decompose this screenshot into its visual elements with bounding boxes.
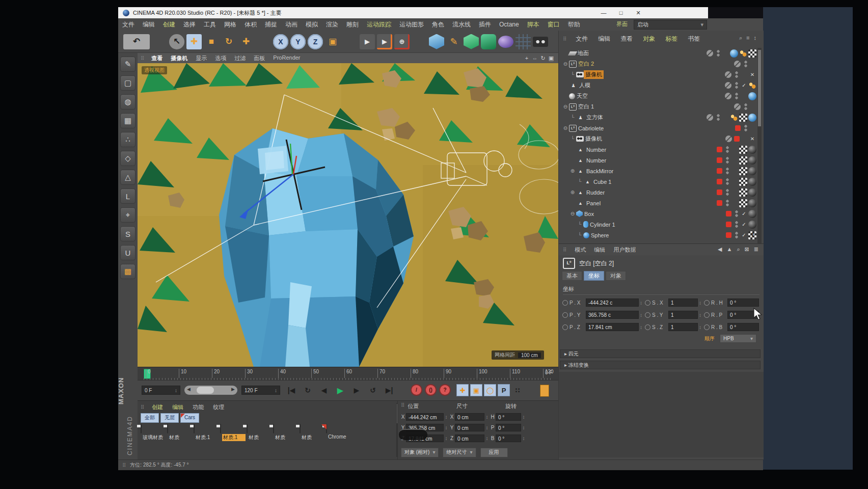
editor-visibility-toggle[interactable] bbox=[717, 157, 722, 163]
play-preview-button[interactable]: ↻ bbox=[300, 384, 316, 397]
enable-axis-icon[interactable]: L bbox=[120, 188, 135, 204]
loop-button[interactable]: ↺ bbox=[365, 384, 381, 397]
spinner-icon[interactable]: ↕ bbox=[521, 414, 526, 420]
title-bar[interactable]: CINEMA 4D R20.030 Studio (RC - R20) - [未… bbox=[118, 7, 708, 18]
tree-row[interactable]: └ Sphere bbox=[561, 230, 756, 240]
toggle-views-icon[interactable]: ▣ bbox=[547, 55, 555, 62]
editor-visibility-toggle[interactable] bbox=[725, 71, 731, 78]
tag-icon[interactable] bbox=[748, 231, 756, 239]
keyframe-circle-icon[interactable] bbox=[645, 312, 650, 318]
render-visibility-toggle[interactable] bbox=[724, 188, 730, 196]
material-filter-button[interactable]: 全部 bbox=[141, 413, 159, 423]
material-thumbnail[interactable] bbox=[220, 424, 221, 433]
search-icon[interactable]: ⌕ bbox=[737, 246, 740, 253]
spinner-icon[interactable]: ↕ bbox=[444, 414, 449, 420]
menu-item[interactable]: 窗口 bbox=[544, 20, 564, 29]
spline-pen-menu[interactable]: ✎ bbox=[446, 34, 462, 49]
slider-thumb[interactable] bbox=[197, 387, 214, 394]
key-pla-toggle[interactable]: ∷ bbox=[511, 384, 524, 396]
object-name[interactable]: Box bbox=[583, 210, 595, 218]
editor-visibility-toggle[interactable] bbox=[725, 135, 732, 142]
expander-icon[interactable]: ⊖ bbox=[562, 125, 569, 131]
render-visibility-toggle[interactable] bbox=[734, 231, 740, 239]
scale-field[interactable]: 1 bbox=[668, 298, 698, 307]
goto-start-button[interactable]: |◀ bbox=[283, 384, 300, 397]
attribute-menu-item[interactable]: 用户数据 bbox=[609, 246, 640, 254]
key-rotation-toggle[interactable]: ◯ bbox=[484, 384, 496, 396]
coordinate-system-button[interactable]: ▣ bbox=[325, 34, 340, 49]
tag-icon[interactable] bbox=[739, 156, 747, 165]
expander-icon[interactable]: └ bbox=[576, 179, 583, 184]
tag-icon[interactable] bbox=[748, 146, 756, 154]
object-name[interactable]: Cylinder 1 bbox=[588, 221, 617, 228]
camera-menu[interactable] bbox=[533, 37, 548, 47]
editor-visibility-toggle[interactable] bbox=[717, 200, 722, 206]
spinner-icon[interactable]: ↕ bbox=[275, 386, 277, 395]
render-visibility-toggle[interactable] bbox=[734, 221, 740, 228]
tag-icon[interactable] bbox=[739, 188, 747, 197]
lock-icon[interactable]: ⊠ bbox=[745, 246, 749, 253]
object-name[interactable]: 人模 bbox=[578, 81, 592, 90]
add-cube-menu[interactable] bbox=[429, 34, 444, 49]
menu-item[interactable]: 动画 bbox=[281, 20, 302, 29]
scale-field[interactable]: 1 bbox=[668, 311, 698, 319]
timeline-ruler[interactable]: 0102030405060708090100110120 0 F bbox=[138, 367, 558, 381]
editor-visibility-toggle[interactable] bbox=[725, 93, 731, 99]
tree-row[interactable]: ♟ 人模 bbox=[561, 80, 756, 91]
viewport-menu-item[interactable]: 显示 bbox=[192, 55, 211, 62]
rotation-field[interactable]: 0 ° bbox=[727, 298, 759, 307]
model-mode-icon[interactable]: ▢ bbox=[120, 75, 135, 91]
render-visibility-toggle[interactable] bbox=[734, 136, 740, 142]
object-name[interactable]: 空白 1 bbox=[577, 102, 595, 111]
position-field[interactable]: -444.242 cm bbox=[406, 413, 444, 421]
generators-menu[interactable] bbox=[464, 34, 479, 49]
tree-row[interactable]: └ ♟ 立方体 bbox=[561, 112, 756, 123]
editor-visibility-toggle[interactable] bbox=[717, 147, 722, 152]
position-field[interactable]: -444.242 c bbox=[586, 298, 639, 307]
undo-button[interactable]: ↶ bbox=[123, 34, 150, 49]
keyframe-circle-icon[interactable] bbox=[704, 300, 710, 306]
material-filter-button[interactable]: Cars bbox=[180, 413, 199, 423]
magnet-snap-icon[interactable]: U bbox=[120, 245, 135, 260]
expander-icon[interactable]: └ bbox=[569, 136, 576, 142]
frame-range-slider[interactable]: ◀ ▶ bbox=[184, 386, 237, 395]
spinner-icon[interactable]: ↕ bbox=[521, 436, 526, 441]
material-menu-item[interactable]: 创建 bbox=[147, 403, 168, 411]
rotation-field[interactable]: 0 ° bbox=[496, 413, 521, 421]
menu-item[interactable]: 运动图形 bbox=[395, 20, 428, 29]
attribute-tab[interactable]: 基本 bbox=[562, 271, 582, 281]
render-visibility-toggle[interactable] bbox=[724, 156, 730, 164]
render-visibility-toggle[interactable] bbox=[734, 92, 740, 100]
keyframe-circle-icon[interactable] bbox=[562, 324, 568, 330]
size-field[interactable]: 0 cm bbox=[455, 413, 484, 421]
tag-icon[interactable] bbox=[739, 49, 747, 58]
spinner-icon[interactable]: ↕ bbox=[484, 425, 490, 430]
menu-item[interactable]: 模拟 bbox=[302, 20, 322, 29]
object-name[interactable]: 天空 bbox=[575, 92, 589, 100]
menu-item[interactable]: 体积 bbox=[240, 20, 261, 29]
tag-icon[interactable] bbox=[748, 82, 756, 90]
material-name[interactable]: 材质 bbox=[249, 434, 272, 441]
editor-visibility-toggle[interactable] bbox=[707, 114, 713, 121]
minimize-button[interactable]: — bbox=[595, 7, 612, 18]
expander-icon[interactable]: ⊕ bbox=[569, 168, 576, 174]
menu-item[interactable]: 渲染 bbox=[322, 20, 342, 29]
menu-item[interactable]: 角色 bbox=[428, 20, 448, 29]
rotate-view-icon[interactable]: ↻ bbox=[539, 55, 547, 62]
spinner-icon[interactable]: ↕ bbox=[639, 312, 643, 318]
tree-row[interactable]: ⊕ ▲ BackMirror bbox=[561, 166, 756, 176]
list-icon[interactable]: ≣ bbox=[754, 246, 758, 253]
keyframe-circle-icon[interactable] bbox=[704, 312, 710, 318]
material-menu-item[interactable]: 编辑 bbox=[168, 403, 188, 411]
object-manager-menu-item[interactable]: 编辑 bbox=[593, 35, 615, 43]
tag-icon[interactable] bbox=[748, 156, 756, 165]
render-visibility-toggle[interactable] bbox=[734, 82, 740, 89]
attribute-menu-item[interactable]: 编辑 bbox=[590, 246, 609, 254]
viewport-menu-item[interactable]: 面板 bbox=[250, 55, 269, 62]
panel-handle-icon[interactable]: ⠿ bbox=[401, 402, 404, 410]
render-visibility-toggle[interactable] bbox=[715, 49, 721, 57]
search-icon[interactable]: ⌕ bbox=[739, 35, 742, 41]
render-visibility-toggle[interactable] bbox=[743, 60, 749, 68]
enable-snap-icon[interactable]: S bbox=[120, 226, 135, 241]
position-field[interactable]: 17.841 cm bbox=[586, 323, 639, 331]
